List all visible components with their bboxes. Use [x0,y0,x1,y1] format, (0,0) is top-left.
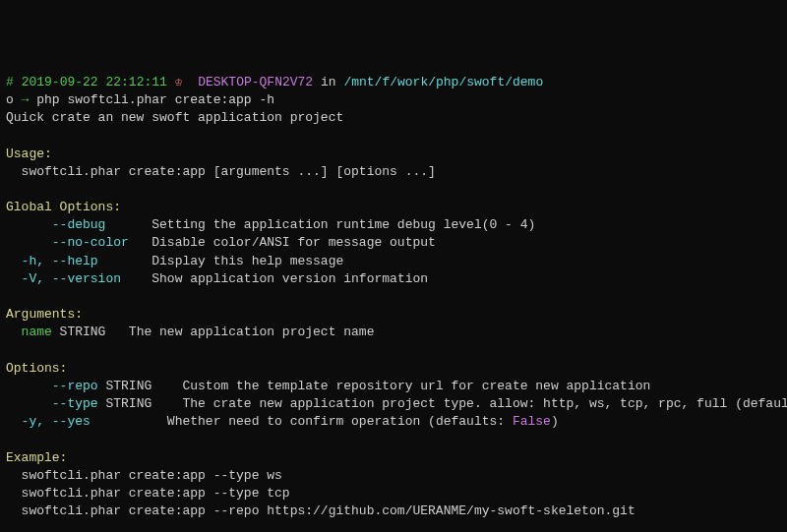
hostname: DESKTOP-QFN2V72 [198,75,313,89]
options-header: Options: [6,361,67,376]
example-header: Example: [6,450,67,465]
prompt-time: 22:12:11 [105,75,166,89]
crown-icon: ♔ [175,75,183,89]
flag-help: -h, --help [6,254,98,268]
prompt-o: o [6,92,22,107]
usage-line: swoftcli.phar create:app [arguments ...]… [6,164,436,179]
prompt-in: in [313,75,343,89]
arg-name-type: STRING [52,325,106,339]
desc-debug: Setting the application runtime debug le… [105,217,535,232]
example-line-1: swoftcli.phar create:app --type ws [6,468,282,483]
example-line-3: swoftcli.phar create:app --repo https://… [6,503,636,518]
type-type: STRING [98,396,152,411]
desc-help: Display this help message [98,254,344,268]
flag-version: -V, --version [6,271,121,286]
desc-version: Show application version information [121,271,428,286]
default-yes: False [513,414,551,429]
arg-name: name [6,325,52,339]
usage-header: Usage: [6,147,52,161]
flag-type: --type [6,396,98,411]
flag-debug: --debug [6,217,105,232]
global-options-header: Global Options: [6,200,121,214]
type-repo: STRING [98,379,152,393]
cwd-path: /mnt/f/work/php/swoft/demo [343,75,543,89]
terminal-output: # 2019-09-22 22:12:11 ♔ DESKTOP-QFN2V72 … [6,74,781,532]
command-line[interactable]: php swoftcli.phar create:app -h [36,92,274,107]
desc-nocolor: Disable color/ANSI for message output [129,235,436,250]
flag-repo: --repo [6,379,98,393]
flag-nocolor: --no-color [6,235,129,250]
arg-name-desc: The new application project name [105,325,374,339]
flag-yes: -y, --yes [6,414,91,429]
example-line-2: swoftcli.phar create:app --type tcp [6,486,290,501]
description-text: Quick crate an new swoft application pro… [6,110,343,125]
desc-yes-a: Whether need to confirm operation (defau… [91,414,513,429]
prompt-symbol: # [6,75,14,89]
arrow-icon: → [22,92,37,107]
desc-type-a: The crate new application project type. … [151,396,787,411]
prompt-date: 2019-09-22 [22,75,98,89]
desc-yes-b: ) [551,414,559,429]
arguments-header: Arguments: [6,307,83,322]
desc-repo: Custom the template repository url for c… [151,379,650,393]
